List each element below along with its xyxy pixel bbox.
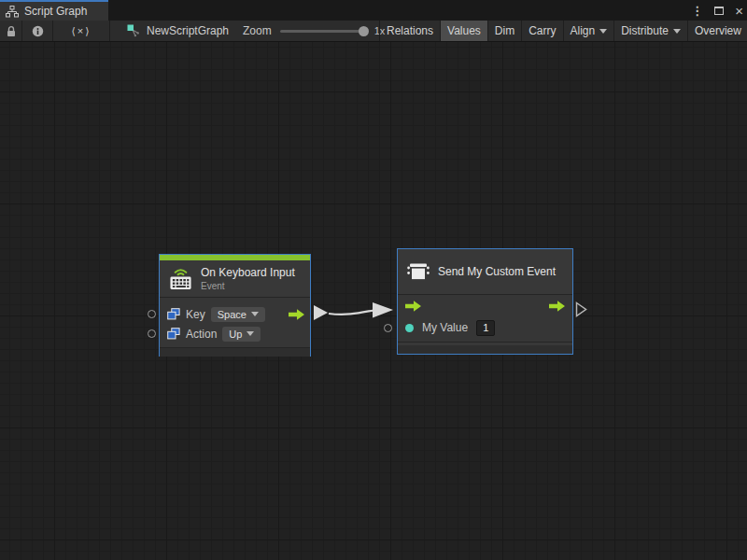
- script-graph-window: Script Graph ⋮ × ⟨×⟩: [0, 0, 747, 560]
- zoom-control: Zoom 1x: [243, 21, 385, 41]
- action-port-label: Action: [186, 328, 217, 341]
- dropdown-caret-icon: [599, 29, 607, 34]
- info-icon: [32, 25, 44, 37]
- key-dropdown[interactable]: Space: [211, 307, 265, 322]
- node-on-keyboard-input[interactable]: On Keyboard Input Event Key Space: [159, 254, 311, 357]
- graph-toolbar: ⟨×⟩ NewScriptGraph Zoom 1x Relations Val…: [0, 21, 747, 42]
- dropdown-caret-icon: [247, 331, 254, 336]
- node-send-my-custom-event[interactable]: Send My Custom Event My Value 1: [397, 248, 573, 355]
- script-graph-asset-icon: [127, 24, 140, 37]
- value-port-dot-icon: [405, 324, 414, 332]
- keyboard-event-icon: [168, 267, 193, 290]
- dropdown-caret-icon: [673, 29, 681, 34]
- trigger-output-port[interactable]: [575, 301, 588, 317]
- action-dropdown[interactable]: Up: [222, 327, 261, 342]
- info-button[interactable]: [22, 21, 53, 41]
- key-input-port[interactable]: [148, 310, 156, 318]
- dropdown-caret-icon: [251, 312, 259, 316]
- node-body: Key Space Action Up: [160, 297, 310, 348]
- graph-asset-button[interactable]: NewScriptGraph: [120, 21, 236, 41]
- tab-bar: Script Graph ⋮ ×: [0, 0, 747, 21]
- relations-button[interactable]: Relations: [379, 21, 440, 41]
- code-view-button[interactable]: ⟨×⟩: [53, 21, 110, 41]
- node-subtitle: Event: [201, 281, 295, 291]
- graph-asset-name: NewScriptGraph: [147, 24, 229, 37]
- dim-button[interactable]: Dim: [487, 21, 521, 41]
- lock-button[interactable]: [0, 21, 22, 41]
- tab-script-graph[interactable]: Script Graph: [0, 0, 108, 21]
- flow-input-arrow-icon[interactable]: [405, 301, 421, 312]
- my-value-port-row: My Value 1: [398, 316, 572, 339]
- action-port-row: Action Up: [160, 324, 310, 343]
- key-port-label: Key: [186, 308, 205, 321]
- window-controls: ⋮ ×: [691, 0, 743, 21]
- node-title: Send My Custom Event: [438, 265, 556, 278]
- my-value-input[interactable]: 1: [476, 320, 495, 336]
- my-value-input-port[interactable]: [384, 324, 392, 332]
- menu-icon[interactable]: ⋮: [691, 5, 703, 17]
- custom-event-icon: [406, 260, 430, 283]
- values-button[interactable]: Values: [440, 21, 487, 41]
- my-value-label: My Value: [422, 321, 468, 334]
- distribute-dropdown-button[interactable]: Distribute: [613, 21, 687, 41]
- flow-output-arrow-icon[interactable]: [549, 301, 565, 312]
- node-header[interactable]: On Keyboard Input Event: [160, 260, 310, 297]
- key-port-row: Key Space: [160, 304, 310, 324]
- align-dropdown-button[interactable]: Align: [563, 21, 614, 41]
- graph-canvas[interactable]: On Keyboard Input Event Key Space: [0, 42, 747, 560]
- trigger-output-port-connected[interactable]: [314, 305, 328, 320]
- toolbar-button-group: Relations Values Dim Carry Align Distrib…: [379, 21, 747, 41]
- carry-button[interactable]: Carry: [521, 21, 562, 41]
- action-input-port[interactable]: [148, 329, 156, 338]
- node-header[interactable]: Send My Custom Event: [398, 249, 572, 294]
- flow-port-row: [398, 294, 572, 316]
- close-icon[interactable]: ×: [735, 4, 743, 18]
- flow-output-arrow-icon[interactable]: [289, 309, 304, 320]
- zoom-slider-handle[interactable]: [359, 26, 369, 36]
- literal-value-icon: [167, 308, 180, 320]
- zoom-label: Zoom: [243, 24, 272, 37]
- literal-value-icon: [167, 328, 180, 340]
- node-title: On Keyboard Input: [201, 266, 295, 279]
- tab-title: Script Graph: [24, 5, 87, 18]
- overview-button[interactable]: Overview: [687, 21, 747, 41]
- lock-icon: [6, 25, 17, 37]
- connection-wire: [0, 42, 747, 560]
- maximize-icon[interactable]: [714, 7, 724, 15]
- node-footer: [160, 348, 310, 357]
- node-footer: [398, 345, 572, 354]
- node-body-padding: [398, 339, 572, 343]
- zoom-slider[interactable]: [280, 30, 366, 33]
- graph-hierarchy-icon: [6, 6, 19, 18]
